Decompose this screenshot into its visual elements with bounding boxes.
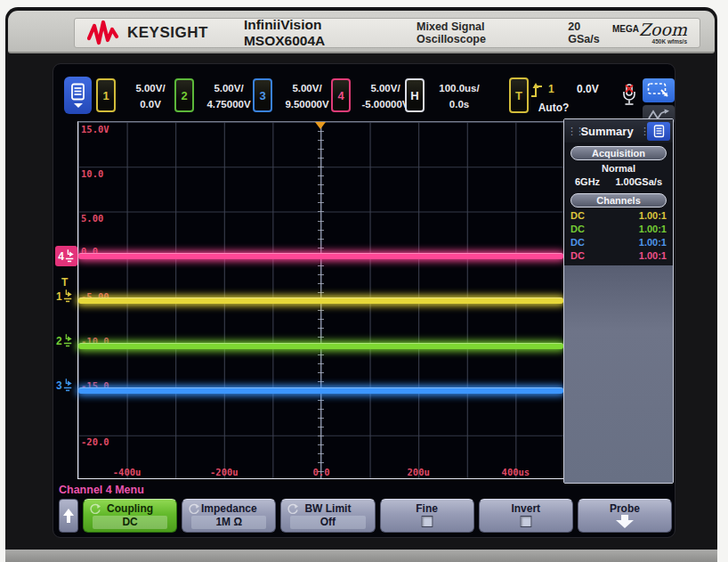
top-bezel: KEYSIGHT InfiniiVision MSOX6004A Mixed S…	[8, 11, 715, 53]
channel3-settings: 5.00V/ 9.50000V	[274, 80, 340, 112]
y-axis-label: 15.0V	[81, 124, 109, 134]
softkey-fine[interactable]: Fine	[380, 499, 474, 533]
softkey-bw-limit[interactable]: BW Limit Off	[280, 499, 375, 533]
keysight-logo-icon	[87, 20, 119, 46]
edge-trigger-icon	[530, 81, 544, 99]
channel1-summary-row: DC 1.00:1	[564, 210, 673, 224]
lcd-screen: 1 5.00V/ 0.0V 2 5.00V/ 4.75000V 3 5.00V/…	[53, 64, 675, 537]
channel2-ground-marker[interactable]: 2	[56, 334, 73, 347]
probe-ratio: 1.00:1	[639, 237, 667, 250]
channel3-ground-marker[interactable]: 3	[56, 379, 73, 392]
max-sample-rate: 20 GSa/s	[568, 20, 612, 45]
brand-name: KEYSIGHT	[127, 24, 208, 42]
channel2-offset: 4.75000V	[206, 99, 250, 110]
model-name: InfiniiVision MSOX6004A	[244, 17, 397, 49]
channel1-offset: 0.0V	[140, 99, 161, 110]
impedance-value: 1M Ω	[191, 516, 266, 529]
summary-menu-button[interactable]	[647, 122, 670, 141]
zoom-select-button[interactable]	[643, 78, 675, 102]
ground-arrow-icon	[65, 249, 75, 263]
summary-panel: ⋮⋮ Summary ⋮⋮ Acquisition Normal 6GHz 1.…	[563, 118, 674, 484]
channel1-button[interactable]: 1	[96, 78, 116, 112]
coupling-value: DC	[570, 224, 585, 237]
channel1-trace[interactable]	[78, 297, 563, 304]
softkey-coupling[interactable]: Coupling DC	[83, 499, 177, 533]
coupling-value: DC	[570, 250, 585, 264]
channel2-summary-row: DC 1.00:1	[564, 224, 673, 237]
channels-header[interactable]: Channels	[570, 193, 667, 208]
menu-list-icon	[70, 83, 85, 102]
bw-limit-value: Off	[290, 516, 365, 529]
x-axis-label: -400u	[113, 467, 142, 477]
knob-icon	[90, 503, 101, 514]
timebase-delay: 0.0s	[449, 99, 469, 110]
trigger-level-marker[interactable]: T	[61, 276, 68, 289]
microphone-muted-icon	[619, 83, 639, 108]
knob-icon	[287, 503, 298, 514]
main-menu-button[interactable]	[64, 77, 92, 114]
menu-list-icon	[653, 125, 665, 138]
channel4-summary-row: DC 1.00:1	[564, 250, 673, 264]
channel2-trace[interactable]	[78, 343, 563, 349]
model-subtitle: Mixed Signal Oscilloscope	[417, 20, 548, 45]
trigger-mode: Auto?	[525, 102, 582, 114]
probe-ratio: 1.00:1	[639, 250, 667, 264]
softkey-menu-title: Channel 4 Menu	[59, 484, 144, 496]
drag-grip-icon[interactable]: ⋮⋮	[640, 126, 647, 135]
channel2-settings: 5.00V/ 4.75000V	[196, 80, 262, 112]
channel4-offset: -5.00000V	[361, 99, 408, 110]
channel2-scale: 5.00V/	[214, 83, 243, 94]
channel3-button[interactable]: 3	[253, 78, 272, 112]
menu-back-button[interactable]	[59, 499, 78, 533]
coupling-value: DC	[570, 210, 585, 224]
channel1-scale: 5.00V/	[135, 83, 165, 94]
arrow-up-icon	[63, 509, 74, 524]
y-axis-label: -20.0	[81, 436, 109, 447]
ground-arrow-icon	[63, 379, 73, 392]
trigger-source: 1	[548, 83, 554, 95]
horizontal-button[interactable]: H	[405, 78, 425, 112]
channel1-ground-marker[interactable]: 1	[56, 289, 73, 303]
ground-arrow-icon	[63, 289, 73, 303]
summary-panel-body	[564, 265, 673, 483]
summary-panel-titlebar[interactable]: ⋮⋮ Summary ⋮⋮	[564, 119, 673, 143]
channel3-scale: 5.00V/	[292, 83, 321, 94]
fine-checkbox[interactable]	[421, 516, 433, 527]
oscilloscope-device: KEYSIGHT InfiniiVision MSOX6004A Mixed S…	[5, 7, 717, 562]
brand-panel: KEYSIGHT InfiniiVision MSOX6004A Mixed S…	[74, 18, 700, 48]
channel4-button[interactable]: 4	[331, 78, 351, 112]
channel4-trace[interactable]	[78, 253, 563, 259]
softkey-invert[interactable]: Invert	[479, 499, 573, 533]
y-axis-label: 10.0	[81, 168, 103, 179]
invert-checkbox[interactable]	[520, 516, 531, 527]
timebase-scale: 100.0us/	[439, 83, 479, 94]
wfms-rate: 450K wfms/s	[612, 39, 687, 45]
softkey-probe[interactable]: Probe	[578, 499, 672, 533]
megazoom-logo: MEGAZoom 450K wfms/s	[612, 21, 687, 45]
summary-panel-title: Summary	[574, 125, 640, 138]
acquisition-rates: 6GHz 1.00GSa/s	[564, 176, 673, 190]
arrow-down-icon	[614, 515, 635, 528]
channel4-ground-marker[interactable]: 4	[55, 246, 77, 266]
x-axis-label: -200u	[210, 467, 239, 477]
softkey-impedance[interactable]: Impedance 1M Ω	[182, 499, 276, 533]
channel3-trace[interactable]	[78, 387, 563, 394]
x-axis-label: 200u	[408, 467, 430, 477]
chevron-down-icon	[74, 103, 83, 108]
acquisition-header[interactable]: Acquisition	[570, 146, 667, 160]
y-axis-label: 5.00	[81, 213, 103, 224]
acquisition-mode: Normal	[564, 163, 673, 176]
trigger-level: 0.0V	[577, 83, 599, 95]
coupling-value: DC	[93, 516, 167, 529]
probe-ratio: 1.00:1	[639, 224, 667, 237]
x-axis-label: 0.0	[313, 467, 330, 477]
channel3-offset: 9.50000V	[285, 99, 328, 110]
x-axis-label: 400us	[502, 467, 530, 477]
probe-ratio: 1.00:1	[639, 210, 667, 224]
channel4-scale: 5.00V/	[370, 83, 400, 94]
bottom-bezel	[5, 550, 717, 562]
drag-grip-icon[interactable]: ⋮⋮	[567, 126, 574, 135]
bandwidth-value: 6GHz	[575, 176, 600, 190]
trigger-position-marker-icon	[315, 122, 326, 129]
channel2-button[interactable]: 2	[174, 78, 194, 112]
